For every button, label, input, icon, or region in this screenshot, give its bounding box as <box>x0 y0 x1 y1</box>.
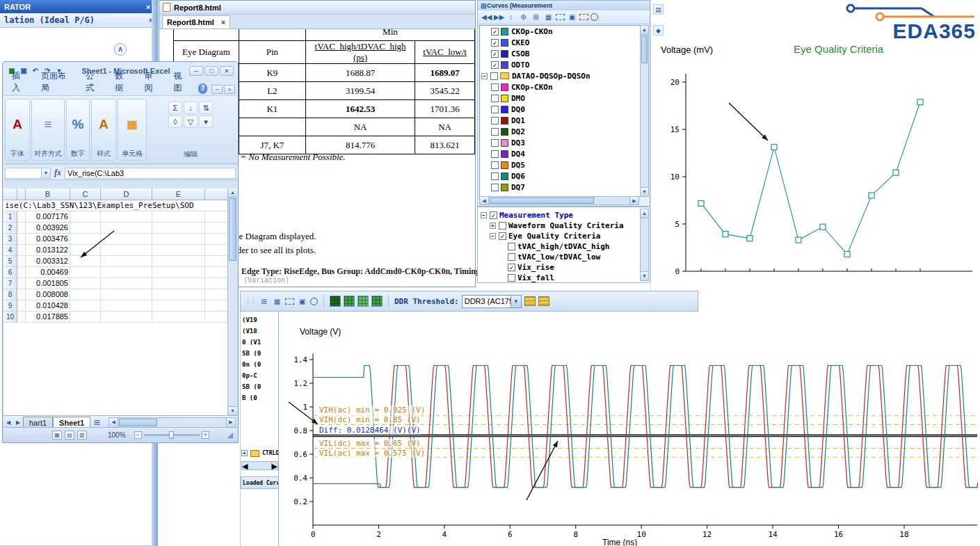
cell[interactable] <box>205 211 229 223</box>
cell[interactable] <box>70 267 101 278</box>
toolbar-grip[interactable]: ⋮⋮ <box>245 298 256 305</box>
measurement-item[interactable]: tVAC_low/tDVAC_low <box>479 252 639 262</box>
cell[interactable] <box>17 267 26 278</box>
scroll-up-icon[interactable]: ▲ <box>641 209 648 218</box>
curves-panel-titlebar[interactable]: ⊞ Curves (Measurement <box>478 1 650 10</box>
checkbox[interactable] <box>491 161 499 169</box>
cell[interactable] <box>205 234 229 245</box>
row-number[interactable]: 9 <box>3 300 17 312</box>
clear-icon[interactable]: ◊ <box>168 115 182 128</box>
cell[interactable] <box>17 312 26 323</box>
checkbox[interactable]: ✓ <box>490 211 497 219</box>
checkbox[interactable] <box>508 253 515 261</box>
row-number[interactable]: 1 <box>3 211 17 223</box>
cell[interactable] <box>70 256 101 267</box>
cell[interactable] <box>101 300 152 312</box>
checkbox[interactable]: ✓ <box>491 50 499 58</box>
checkbox[interactable] <box>491 95 499 102</box>
pan-hand-icon[interactable]: ⊕ <box>518 12 529 22</box>
formula-input[interactable]: Vix_rise(C:\Lab3 <box>65 168 236 179</box>
select-region-icon[interactable] <box>556 14 565 20</box>
report-tab[interactable]: Report8.html × <box>162 15 230 29</box>
excel-vertical-scrollbar[interactable]: ▲ ▼ <box>227 188 237 415</box>
sidebar-tree-item[interactable]: SB (0 <box>242 348 278 359</box>
pin-cell[interactable]: K1 <box>239 100 305 118</box>
cell[interactable] <box>205 300 229 312</box>
cell[interactable] <box>101 234 152 245</box>
cell[interactable] <box>101 267 152 278</box>
cell-value[interactable]: 0.001805 <box>26 278 70 289</box>
column-header-c[interactable]: C <box>70 188 101 200</box>
cell[interactable] <box>205 312 229 323</box>
sort-icon[interactable]: ⇅ <box>199 102 213 114</box>
data-point-marker[interactable] <box>820 224 826 230</box>
curve-item[interactable]: DQ6 <box>480 170 640 182</box>
row-number[interactable]: 3 <box>3 234 17 245</box>
cell[interactable] <box>70 211 101 223</box>
data-point-marker[interactable] <box>723 232 728 237</box>
curve-item[interactable]: DQ1 <box>480 115 640 126</box>
tab-review[interactable]: 审阅 <box>138 69 166 95</box>
styles-group[interactable]: A 样式 <box>91 99 116 161</box>
circle-select-icon[interactable] <box>591 13 598 21</box>
scroll-down-icon[interactable]: ▼ <box>228 406 237 415</box>
cell[interactable] <box>101 289 152 300</box>
checkbox[interactable] <box>508 274 515 282</box>
help-icon[interactable]: ? <box>198 83 208 94</box>
zoom-out-icon[interactable]: − <box>134 431 142 439</box>
sidebar-folder-item[interactable]: + CTRLO-CKOp <box>241 448 279 458</box>
scroll-up-icon[interactable]: ▲ <box>641 26 648 35</box>
loaded-curves-header[interactable]: Loaded Curves <box>241 476 279 489</box>
cell[interactable] <box>70 312 101 323</box>
curves-horizontal-scrollbar[interactable]: ◀ ▶ <box>479 196 639 205</box>
zoom-in-icon[interactable]: + <box>202 431 209 439</box>
zoom-window-icon[interactable]: ⊞ <box>531 12 541 22</box>
name-box[interactable]: ▼ <box>5 168 51 179</box>
select-region-red-icon[interactable] <box>579 14 588 20</box>
cell[interactable] <box>152 256 205 267</box>
tab-view[interactable]: 视图 <box>167 69 195 95</box>
curve-item[interactable]: ✓CKOp-CKOn <box>480 26 640 37</box>
resize-grip[interactable]: ◢ <box>227 431 233 440</box>
column-header-e[interactable]: E <box>152 188 205 200</box>
measurement-vertical-scrollbar[interactable]: ▲ ▼ <box>640 209 649 281</box>
checkbox[interactable] <box>490 72 498 80</box>
row-number[interactable]: 6 <box>3 267 17 278</box>
checkbox[interactable]: ✓ <box>499 232 506 240</box>
checkbox[interactable] <box>491 184 499 191</box>
cell[interactable] <box>70 289 101 300</box>
excel-grid[interactable]: B C D E ise(C:\Lab3_SSN\123\Examples_Pre… <box>3 188 229 415</box>
curve-item[interactable]: DQ0 <box>480 104 640 115</box>
cell[interactable] <box>205 267 229 278</box>
scroll-right-icon[interactable]: ▶ <box>629 197 638 204</box>
scrollbar-thumb[interactable] <box>490 198 594 204</box>
close-tab-icon[interactable]: × <box>221 18 225 26</box>
column-header[interactable] <box>17 188 26 200</box>
data-point-marker[interactable] <box>796 237 801 243</box>
tab-insert[interactable]: 插入 <box>6 69 33 95</box>
cell[interactable] <box>17 289 26 300</box>
pan-right-icon[interactable]: ▶▶ <box>493 12 504 22</box>
measurement-item[interactable]: +Waveform Quality Criteria <box>479 220 639 231</box>
workbook-minimize-icon[interactable]: ─ <box>211 85 223 94</box>
ddr-threshold-dropdown[interactable]: DDR3 (AC175/ ▼ <box>462 295 522 308</box>
measurement-item[interactable]: Vix_fall <box>479 273 639 283</box>
curve-item[interactable]: DQ7 <box>480 182 640 193</box>
checkbox[interactable] <box>508 243 515 250</box>
editing-group[interactable]: Σ ↓ ⇅ ◊ ▽ ▾ 编辑 <box>150 99 232 161</box>
cell[interactable] <box>70 300 101 312</box>
cell[interactable] <box>70 245 101 256</box>
eye-chart[interactable]: 05101520 <box>651 56 980 291</box>
close-icon[interactable]: × <box>220 66 234 76</box>
report-titlebar[interactable]: Report8.html <box>159 1 475 15</box>
restore-icon[interactable]: □ <box>204 66 218 76</box>
cell[interactable] <box>152 300 205 312</box>
sidebar-tree-item[interactable]: SB (0 <box>242 381 278 392</box>
scrollbar-thumb[interactable] <box>641 35 648 63</box>
cell-value[interactable]: 0.003312 <box>26 256 70 267</box>
zoom-slider-thumb[interactable] <box>169 431 174 439</box>
cell[interactable] <box>101 211 152 223</box>
cell[interactable] <box>101 278 152 289</box>
cell[interactable] <box>101 245 152 256</box>
sheet-horizontal-scrollbar[interactable]: ◀ ▶ <box>109 417 236 428</box>
